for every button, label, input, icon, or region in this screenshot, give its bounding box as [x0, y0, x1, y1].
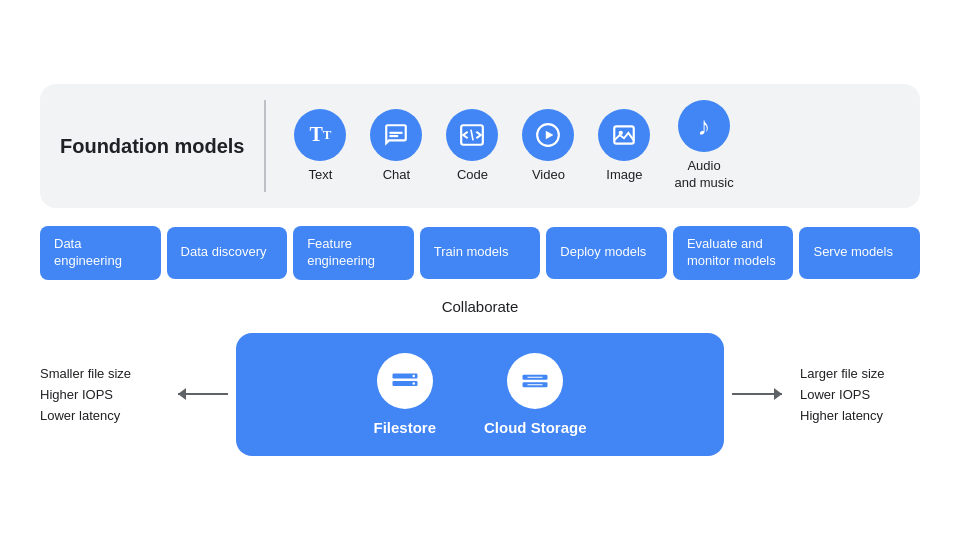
foundation-icons: TT Text Chat — [266, 100, 733, 192]
icon-item-image: Image — [598, 109, 650, 184]
audio-icon: ♪ — [678, 100, 730, 152]
svg-marker-5 — [546, 130, 554, 139]
higher-iops-label: Higher IOPS — [40, 387, 170, 402]
filestore-icon — [377, 353, 433, 409]
chat-icon — [370, 109, 422, 161]
pipeline-btn-serve-models[interactable]: Serve models — [799, 227, 920, 279]
pipeline-row: Data engineering Data discovery Feature … — [40, 226, 920, 280]
icon-item-chat: Chat — [370, 109, 422, 184]
smaller-file-size-label: Smaller file size — [40, 366, 170, 381]
chat-label: Chat — [383, 167, 410, 184]
icon-item-text: TT Text — [294, 109, 346, 184]
svg-point-11 — [412, 382, 415, 385]
cloud-storage-label: Cloud Storage — [484, 419, 587, 436]
pipeline-btn-data-discovery[interactable]: Data discovery — [167, 227, 288, 279]
icon-item-video: Video — [522, 109, 574, 184]
foundation-section: Foundation models TT Text Chat — [40, 84, 920, 208]
arrow-right — [732, 393, 782, 395]
filestore-label: Filestore — [373, 419, 436, 436]
lower-latency-label: Lower latency — [40, 408, 170, 423]
pipeline-btn-evaluate-monitor[interactable]: Evaluate and monitor models — [673, 226, 794, 280]
image-icon — [598, 109, 650, 161]
storage-right-labels: Larger file size Lower IOPS Higher laten… — [790, 366, 920, 423]
higher-latency-label: Higher latency — [800, 408, 920, 423]
arrow-right-container — [724, 393, 790, 395]
video-icon — [522, 109, 574, 161]
audio-label: Audioand music — [674, 158, 733, 192]
svg-rect-1 — [390, 135, 399, 137]
text-label: Text — [309, 167, 333, 184]
pipeline-btn-train-models[interactable]: Train models — [420, 227, 541, 279]
svg-line-3 — [471, 129, 473, 140]
video-label: Video — [532, 167, 565, 184]
lower-iops-label: Lower IOPS — [800, 387, 920, 402]
pipeline-btn-feature-engineering[interactable]: Feature engineering — [293, 226, 414, 280]
text-icon: TT — [294, 109, 346, 161]
arrow-left-container — [170, 393, 236, 395]
svg-rect-0 — [390, 131, 403, 133]
storage-item-filestore: Filestore — [373, 353, 436, 436]
image-label: Image — [606, 167, 642, 184]
pipeline-btn-data-engineering[interactable]: Data engineering — [40, 226, 161, 280]
storage-box: Filestore Cloud Storage — [236, 333, 724, 456]
larger-file-size-label: Larger file size — [800, 366, 920, 381]
code-icon — [446, 109, 498, 161]
svg-point-10 — [412, 375, 415, 378]
icon-item-code: Code — [446, 109, 498, 184]
storage-left-labels: Smaller file size Higher IOPS Lower late… — [40, 366, 170, 423]
icon-item-audio: ♪ Audioand music — [674, 100, 733, 192]
storage-item-cloud-storage: Cloud Storage — [484, 353, 587, 436]
pipeline-btn-deploy-models[interactable]: Deploy models — [546, 227, 667, 279]
cloud-storage-icon — [507, 353, 563, 409]
code-label: Code — [457, 167, 488, 184]
storage-section: Smaller file size Higher IOPS Lower late… — [40, 333, 920, 456]
diagram: Foundation models TT Text Chat — [20, 64, 940, 476]
collaborate-label: Collaborate — [40, 298, 920, 315]
arrow-left — [178, 393, 228, 395]
foundation-label: Foundation models — [60, 100, 266, 192]
